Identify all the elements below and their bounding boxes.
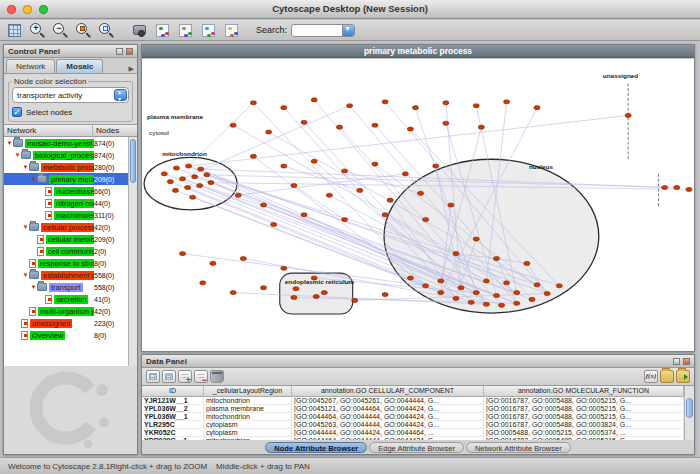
select-attributes-icon[interactable] [162, 370, 176, 383]
network-node[interactable] [271, 222, 277, 226]
tab-edge-attribute-browser[interactable]: Edge Attribute Browser [369, 442, 464, 453]
table-scrollbar[interactable] [684, 386, 694, 440]
network-node[interactable] [167, 180, 173, 184]
network-node[interactable] [493, 293, 499, 297]
network-node[interactable] [453, 252, 459, 256]
network-node[interactable] [291, 183, 297, 187]
network-node[interactable] [473, 237, 479, 241]
network-node[interactable] [407, 276, 413, 280]
network-node[interactable] [293, 287, 299, 291]
network-node[interactable] [438, 279, 444, 283]
tree-item-cellular-process[interactable]: ▼cellular process42(0) [4, 221, 128, 233]
network-node[interactable] [266, 130, 272, 134]
tree-item-mosaic-demo-yeast[interactable]: ▼mosaic-demo-yeast874(0) [4, 137, 128, 149]
expand-arrow-icon[interactable]: ▼ [6, 140, 13, 146]
tree-item-metabolic-process[interactable]: ▼metabolic process280(0) [4, 161, 128, 173]
table-row[interactable]: YPL036W__2plasma membrane[GO:0045121, GO… [142, 405, 684, 413]
snapshot-icon[interactable] [129, 21, 150, 40]
annotation-icon[interactable] [198, 21, 219, 40]
tree-item-establishment-of-lo[interactable]: ▼establishment of lo558(0) [4, 269, 128, 281]
attribute-table-icon[interactable] [146, 370, 160, 383]
network-node[interactable] [179, 177, 185, 181]
network-node[interactable] [347, 104, 353, 108]
network-node[interactable] [499, 303, 505, 307]
network-node[interactable] [235, 193, 241, 197]
color-attribute-select[interactable]: transporter activity [12, 87, 129, 103]
network-node[interactable] [514, 301, 520, 305]
network-node[interactable] [483, 279, 489, 283]
network-node[interactable] [483, 302, 489, 306]
network-node[interactable] [412, 106, 418, 110]
tab-network[interactable]: Network [6, 59, 55, 73]
formula-builder-icon[interactable] [644, 370, 658, 383]
network-node[interactable] [493, 256, 499, 260]
tree-item-cell-communicati[interactable]: cell communicati2(0) [4, 245, 128, 257]
import-table-icon[interactable] [676, 370, 690, 383]
network-node[interactable] [161, 172, 167, 176]
network-node[interactable] [686, 187, 692, 191]
trash-icon[interactable] [210, 370, 224, 383]
network-node[interactable] [261, 203, 267, 207]
network-node[interactable] [625, 113, 631, 117]
network-node[interactable] [382, 213, 388, 217]
network-node[interactable] [504, 100, 510, 104]
network-node[interactable] [301, 213, 307, 217]
network-node[interactable] [423, 284, 429, 288]
tab-scroll-right-icon[interactable]: ▶ [129, 65, 135, 73]
expand-arrow-icon[interactable]: ▼ [30, 284, 37, 290]
network-node[interactable] [281, 164, 287, 168]
network-node[interactable] [524, 261, 530, 265]
vizmapper-icon[interactable] [175, 21, 196, 40]
tree-header-nodes[interactable]: Nodes [93, 125, 137, 136]
tree-item-multi-organism-pro[interactable]: multi-organism pro42(0) [4, 305, 128, 317]
network-node[interactable] [468, 300, 474, 304]
network-node[interactable] [453, 296, 459, 300]
plugins-icon[interactable] [221, 21, 242, 40]
network-node[interactable] [230, 123, 236, 127]
network-node[interactable] [291, 295, 297, 299]
network-node[interactable] [204, 173, 210, 177]
network-node[interactable] [185, 185, 191, 189]
network-node[interactable] [423, 218, 429, 222]
column-header-id[interactable]: ID [142, 386, 204, 397]
expand-arrow-icon[interactable]: ▼ [22, 164, 29, 170]
tab-mosaic[interactable]: Mosaic [56, 59, 103, 73]
tab-node-attribute-browser[interactable]: Node Attribute Browser [265, 442, 367, 453]
network-node[interactable] [250, 154, 256, 158]
tree-item-unassigned[interactable]: unassigned223(0) [4, 317, 128, 329]
network-node[interactable] [210, 261, 216, 265]
network-node[interactable] [458, 286, 464, 290]
select-nodes-checkbox[interactable] [12, 107, 22, 117]
network-node[interactable] [311, 159, 317, 163]
network-node[interactable] [179, 252, 185, 256]
network-node[interactable] [504, 281, 510, 285]
tree-scrollbar[interactable] [128, 137, 137, 366]
network-node[interactable] [514, 291, 520, 295]
network-node[interactable] [326, 193, 332, 197]
column-header-cellularlayoutregion[interactable]: _cellularLayoutRegion [204, 386, 292, 397]
table-row[interactable]: YJR121W__1mitochondrion[GO:0045267, GO:0… [142, 397, 684, 405]
network-node[interactable] [382, 100, 388, 104]
network-node[interactable] [250, 101, 256, 105]
network-node[interactable] [443, 101, 449, 105]
column-header-annotation-go-molecular-function[interactable]: annotation.GO MOLECULAR_FUNCTION [484, 386, 684, 397]
table-row[interactable]: YPL036W__1mitochondrion[GO:0044464, GO:0… [142, 413, 684, 421]
tree-item-nucleobase-conta[interactable]: nucleobase-conta66(0) [4, 185, 128, 197]
network-node[interactable] [336, 125, 342, 129]
close-panel-icon[interactable] [126, 48, 133, 55]
tree-scrollbar-thumb[interactable] [130, 139, 136, 183]
network-node[interactable] [197, 183, 203, 187]
network-node[interactable] [240, 256, 246, 260]
tree-item-transport[interactable]: ▼transport558(0) [4, 281, 128, 293]
network-node[interactable] [402, 172, 408, 176]
network-node[interactable] [662, 185, 668, 189]
table-row[interactable]: YDR039C__1mitochondrion[GO:0044464, GO:0… [142, 437, 684, 440]
network-node[interactable] [261, 286, 267, 290]
network-node[interactable] [372, 123, 378, 127]
network-node[interactable] [190, 195, 196, 199]
tree-item-biological-process[interactable]: ▼biological_process874(0) [4, 149, 128, 161]
network-node[interactable] [311, 98, 317, 102]
open-folder-icon[interactable] [660, 370, 674, 383]
network-node[interactable] [534, 106, 540, 110]
tree-item-nitrogen-compoun[interactable]: nitrogen compoun44(0) [4, 197, 128, 209]
